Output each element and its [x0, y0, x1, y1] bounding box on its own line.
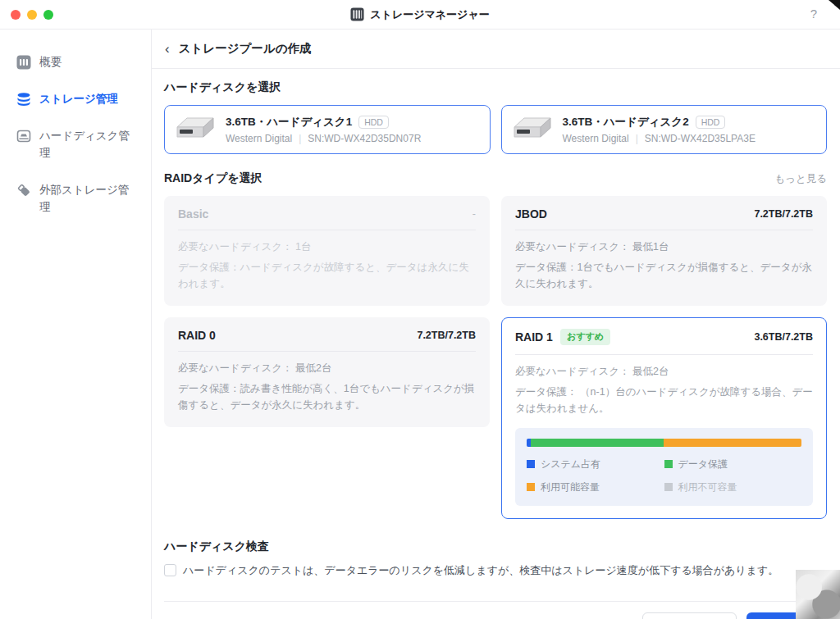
window-title: ストレージマネージャー — [370, 7, 489, 22]
disk-check-title: ハードディスク検査 — [164, 539, 827, 554]
raid-capacity: 7.2TB/7.2TB — [417, 330, 476, 341]
zoom-window-button[interactable] — [43, 10, 53, 20]
page-title: ストレージプールの作成 — [179, 41, 312, 57]
footer-actions: キャンセル 次へ — [164, 601, 827, 619]
raid-protection: データ保護：1台でもハードディスクが損傷すると、データが永久に失われます。 — [515, 259, 813, 293]
recommended-badge: おすすめ — [560, 329, 610, 345]
raid-disks-required: 必要なハードディスク： 1台 — [178, 239, 476, 256]
harddisk-icon — [16, 129, 31, 143]
raid-card-jbod[interactable]: JBOD 7.2TB/7.2TB 必要なハードディスク： 最低1台 データ保護：… — [501, 196, 827, 306]
raid-protection: データ保護： （n-1）台のハードディスクが故障する場合、データは失われません。 — [515, 384, 813, 417]
sidebar-item-external-storage[interactable]: 外部ストレージ管理 — [0, 172, 151, 226]
sidebar-item-label: ハードディスク管理 — [39, 128, 139, 162]
usb-drive-icon — [16, 183, 31, 198]
legend-swatch-orange — [527, 483, 535, 491]
raid-disks-required: 必要なハードディスク： 最低1台 — [515, 239, 813, 256]
raid-name: RAID 1 — [515, 330, 553, 344]
legend-label: データ保護 — [678, 457, 728, 471]
disk-check-checkbox[interactable] — [164, 564, 176, 576]
raid-protection: データ保護：読み書き性能が高く、1台でもハードディスクが損傷すると、データが永久… — [178, 380, 476, 414]
overview-icon — [16, 55, 31, 70]
disk-section-title: ハードディスクを選択 — [164, 80, 827, 95]
sidebar-item-overview[interactable]: 概要 — [0, 44, 151, 81]
page-header: ‹ ストレージプールの作成 — [152, 30, 840, 69]
raid-card-basic[interactable]: Basic - 必要なハードディスク： 1台 データ保護：ハードディスクが故障す… — [164, 196, 490, 306]
cancel-button[interactable]: キャンセル — [642, 612, 737, 619]
sidebar-item-label: ストレージ管理 — [39, 91, 118, 108]
see-more-link[interactable]: もっと見る — [774, 172, 827, 186]
disk-type-badge: HDD — [696, 116, 726, 129]
raid-protection: データ保護：ハードディスクが故障すると、データは永久に失われます。 — [178, 259, 476, 293]
disk-type-badge: HDD — [358, 116, 389, 129]
bar-segment-available — [664, 439, 801, 447]
disk-3d-icon — [176, 117, 214, 142]
help-button[interactable]: ? — [810, 7, 817, 20]
bar-segment-protection — [531, 439, 664, 447]
sidebar: 概要 ストレージ管理 ハードディスク管理 — [0, 30, 152, 619]
separator: | — [299, 133, 301, 144]
legend-label: 利用不可容量 — [678, 480, 737, 494]
disk-name: 3.6TB・ハードディスク2 — [563, 115, 689, 130]
disk-serial: SN:WD-WX42D35LPA3E — [645, 133, 756, 144]
back-button[interactable]: ‹ — [163, 40, 171, 57]
raid-name: JBOD — [515, 207, 547, 221]
raid-capacity: 3.6TB/7.2TB — [754, 331, 813, 343]
sidebar-item-label: 外部ストレージ管理 — [39, 182, 139, 216]
disk-name: 3.6TB・ハードディスク1 — [226, 115, 352, 130]
raid-card-raid0[interactable]: RAID 0 7.2TB/7.2TB 必要なハードディスク： 最低2台 データ保… — [164, 317, 490, 427]
window-titlebar: ストレージマネージャー ? — [0, 0, 840, 30]
cursor-artifact — [829, 0, 840, 10]
disk-check-label: ハードディスクのテストは、データエラーのリスクを低減しますが、検査中はストレージ… — [183, 563, 778, 578]
page-content: ハードディスクを選択 3.6TB・ハードディスク1 HDD — [152, 69, 840, 619]
raid-name: RAID 0 — [178, 329, 216, 342]
disk-vendor: Western Digital — [226, 133, 292, 144]
disk-card-row: 3.6TB・ハードディスク1 HDD Western Digital | SN:… — [164, 105, 827, 154]
legend-swatch-green — [664, 460, 673, 468]
separator: | — [636, 133, 638, 144]
storage-stack-icon — [16, 92, 31, 107]
raid-card-grid: Basic - 必要なハードディスク： 1台 データ保護：ハードディスクが故障す… — [164, 196, 827, 519]
legend-item-system: システム占有 — [527, 457, 664, 471]
raid-disks-required: 必要なハードディスク： 最低2台 — [515, 363, 813, 380]
disk-vendor: Western Digital — [563, 133, 629, 144]
sidebar-item-storage-management[interactable]: ストレージ管理 — [0, 81, 151, 118]
minimize-window-button[interactable] — [27, 10, 37, 20]
raid-capacity: - — [472, 208, 476, 220]
legend-item-available: 利用可能容量 — [527, 480, 664, 494]
disk-serial: SN:WD-WX42D35DN07R — [308, 133, 421, 144]
traffic-lights — [11, 10, 53, 20]
legend-swatch-blue — [527, 460, 535, 468]
sidebar-item-harddisk-management[interactable]: ハードディスク管理 — [0, 118, 151, 172]
disk-card-2[interactable]: 3.6TB・ハードディスク2 HDD Western Digital | SN:… — [501, 105, 828, 154]
legend-label: 利用可能容量 — [541, 480, 600, 494]
corner-photo-overlay — [796, 570, 840, 619]
storage-manager-app-icon — [350, 7, 364, 21]
raid-name: Basic — [178, 207, 208, 221]
disk-card-1[interactable]: 3.6TB・ハードディスク1 HDD Western Digital | SN:… — [164, 105, 491, 154]
disk-3d-icon — [514, 117, 551, 142]
capacity-legend: システム占有 データ保護 利用可能容量 — [527, 457, 801, 494]
legend-swatch-gray — [664, 483, 673, 491]
raid-capacity: 7.2TB/7.2TB — [754, 208, 813, 220]
legend-item-protection: データ保護 — [664, 457, 802, 471]
legend-item-unavailable: 利用不可容量 — [664, 480, 802, 494]
raid-disks-required: 必要なハードディスク： 最低2台 — [178, 360, 476, 377]
capacity-panel: システム占有 データ保護 利用可能容量 — [515, 428, 813, 506]
raid-card-raid1[interactable]: RAID 1 おすすめ 3.6TB/7.2TB 必要なハードディスク： 最低2台… — [501, 317, 827, 519]
legend-label: システム占有 — [541, 457, 600, 471]
raid-section-title: RAIDタイプを選択 — [164, 171, 262, 186]
main-panel: ‹ ストレージプールの作成 ハードディスクを選択 3.6TB・ハードディスク1 — [152, 30, 840, 619]
close-window-button[interactable] — [11, 10, 21, 20]
sidebar-item-label: 概要 — [39, 54, 62, 71]
capacity-stacked-bar — [527, 439, 801, 447]
